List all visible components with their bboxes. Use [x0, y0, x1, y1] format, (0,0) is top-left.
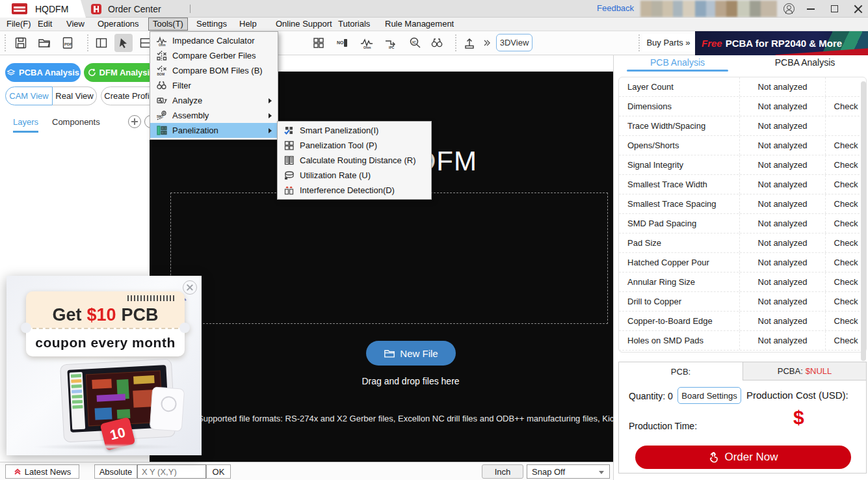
submenu-item-smart-panelization[interactable]: Smart Panelization(I): [278, 123, 431, 138]
open-file-button[interactable]: [35, 34, 53, 52]
row-check-link[interactable]: Check: [826, 175, 866, 194]
panel-grid-tool-button[interactable]: [309, 34, 328, 52]
svg-text:NO: NO: [337, 40, 344, 45]
ic-search-tool-button[interactable]: IC: [406, 34, 424, 52]
menu-edit[interactable]: Edit: [34, 18, 56, 31]
tab-pcb-order[interactable]: PCB:: [619, 362, 743, 380]
row-name: Holes on SMD Pads: [619, 331, 740, 350]
quantity-label: Quantity:: [629, 391, 665, 401]
coordinate-input[interactable]: [137, 464, 206, 479]
row-check-link[interactable]: Check: [826, 292, 866, 311]
submenu-item-panelization-tool[interactable]: Panelization Tool (P): [278, 138, 431, 153]
tab-pcba-order[interactable]: PCBA: $NULL: [743, 362, 866, 380]
filter-binoculars-button[interactable]: [428, 34, 446, 52]
export-pdf-button[interactable]: PDF: [59, 34, 77, 52]
new-file-button[interactable]: New File: [366, 341, 456, 366]
row-check-link[interactable]: Check: [826, 253, 866, 272]
absolute-mode-button[interactable]: Absolute: [94, 464, 137, 479]
menu-tools[interactable]: Tools(T): [148, 18, 188, 31]
menu-item-compare-bom[interactable]: BOM Compare BOM Files (B): [150, 63, 278, 78]
menu-item-compare-gerber[interactable]: Compare Gerber Files: [150, 48, 278, 63]
menu-item-analyze[interactable]: Analyze: [150, 93, 278, 108]
row-check-link[interactable]: Check: [826, 97, 866, 116]
row-check-link[interactable]: Check: [826, 136, 866, 155]
dfm-analysis-button[interactable]: DFM Analysis: [84, 63, 158, 82]
order-center-tab[interactable]: Order Center: [91, 0, 161, 18]
tab-pcba-analysis[interactable]: PCBA Analysis: [741, 55, 868, 72]
tab-pcb-analysis[interactable]: PCB Analysis: [614, 55, 741, 72]
submenu-item-label: Interference Detection(D): [300, 185, 395, 195]
submenu-item-label: Panelization Tool (P): [300, 140, 377, 150]
production-cost-label: Production Cost (USD):: [746, 390, 848, 401]
cam-view-button[interactable]: CAM View: [5, 87, 53, 105]
layout-panel-button[interactable]: [92, 34, 111, 52]
row-check-link[interactable]: Check: [826, 194, 866, 213]
row-check-link[interactable]: Check: [826, 155, 866, 174]
table-row: Signal IntegrityNot analyzedCheck: [619, 155, 866, 175]
panelization-tool-icon: [283, 140, 295, 151]
table-row: Annular Ring SizeNot analyzedCheck: [619, 273, 866, 292]
tab-layers[interactable]: Layers: [13, 117, 38, 133]
menu-file[interactable]: File(F): [3, 18, 35, 31]
menu-settings[interactable]: Settings: [192, 18, 231, 31]
buy-parts-button[interactable]: Buy Parts »: [642, 34, 694, 51]
row-status: Not analyzed: [740, 175, 826, 194]
minimize-button[interactable]: [801, 2, 821, 16]
save-button[interactable]: [12, 34, 30, 52]
maximize-button[interactable]: [824, 2, 844, 16]
3d-view-button[interactable]: 3DView: [496, 34, 533, 51]
submenu-arrow-icon: [269, 128, 272, 133]
row-check-link[interactable]: Check: [826, 233, 866, 252]
table-row: Pad SizeNot analyzedCheck: [619, 233, 866, 253]
price-tag-value: 10: [109, 425, 127, 444]
menu-online-support[interactable]: Online Support: [272, 18, 336, 31]
pcba-promo-banner[interactable]: FreePCBA for RP2040 & More: [695, 31, 868, 55]
close-icon: [854, 5, 862, 13]
select-tool-button[interactable]: [114, 34, 133, 52]
table-scrollbar[interactable]: [861, 81, 866, 361]
menu-item-assembly[interactable]: SMT Assembly: [150, 108, 278, 123]
row-name: Signal Integrity: [619, 155, 740, 174]
row-check-link[interactable]: Check: [826, 312, 866, 330]
tab-components[interactable]: Components: [52, 117, 100, 127]
order-now-button[interactable]: Order Now: [635, 446, 851, 469]
menu-item-filter[interactable]: Filter: [150, 78, 278, 93]
snap-mode-value: Snap Off: [532, 467, 565, 477]
snap-mode-select[interactable]: Snap Off: [527, 464, 610, 479]
desk-shadow: [33, 444, 182, 450]
menu-tutorials[interactable]: Tutorials: [334, 18, 374, 31]
submenu-item-calc-routing-distance[interactable]: Calculate Routing Distance (R): [278, 153, 431, 168]
row-check-link[interactable]: Check: [826, 214, 866, 233]
app-tab-hqdfm[interactable]: HQDFM: [0, 0, 86, 18]
pcba-analysis-button[interactable]: PCBA Analysis: [5, 63, 81, 82]
menu-item-label: Filter: [172, 81, 191, 90]
row-check-link[interactable]: Check: [826, 273, 866, 291]
menu-view[interactable]: View: [62, 18, 88, 31]
row-check-link[interactable]: Check: [826, 331, 866, 350]
no-part-tool-button[interactable]: NO: [334, 34, 352, 52]
ipc-netlist-tool-button[interactable]: IPC: [382, 34, 400, 52]
ok-button[interactable]: OK: [206, 464, 231, 479]
submenu-item-interference-detection[interactable]: Interference Detection(D): [278, 183, 431, 198]
coupon-notch: [21, 323, 31, 333]
menu-item-impedance-calculator[interactable]: Ohm Impedance Calculator: [150, 33, 278, 48]
export-upload-button[interactable]: [460, 34, 479, 52]
double-chevron-up-icon: [14, 468, 21, 475]
menu-rule-management[interactable]: Rule Management: [381, 18, 458, 31]
menu-item-panelization[interactable]: Panelization: [150, 123, 278, 138]
units-inch-button[interactable]: Inch: [482, 464, 523, 479]
account-button[interactable]: [779, 2, 798, 16]
file-dropzone[interactable]: New File Drag and drop files here Suppor…: [170, 193, 608, 324]
feedback-link[interactable]: Feedback: [597, 3, 634, 13]
impedance-tool-button[interactable]: Ohm: [358, 34, 376, 52]
board-settings-button[interactable]: Board Settings: [677, 387, 741, 404]
close-button[interactable]: [848, 2, 867, 16]
menu-operations[interactable]: Operations: [94, 18, 143, 31]
app-tab-label: HQDFM: [35, 4, 68, 14]
add-layer-button[interactable]: [128, 115, 141, 128]
real-view-button[interactable]: Real View: [53, 87, 97, 105]
latest-news-button[interactable]: Latest News: [5, 464, 79, 479]
toolbar-overflow-button[interactable]: [481, 34, 493, 52]
menu-help[interactable]: Help: [235, 18, 261, 31]
submenu-item-utilization-rate[interactable]: Utilization Rate (U): [278, 168, 431, 183]
